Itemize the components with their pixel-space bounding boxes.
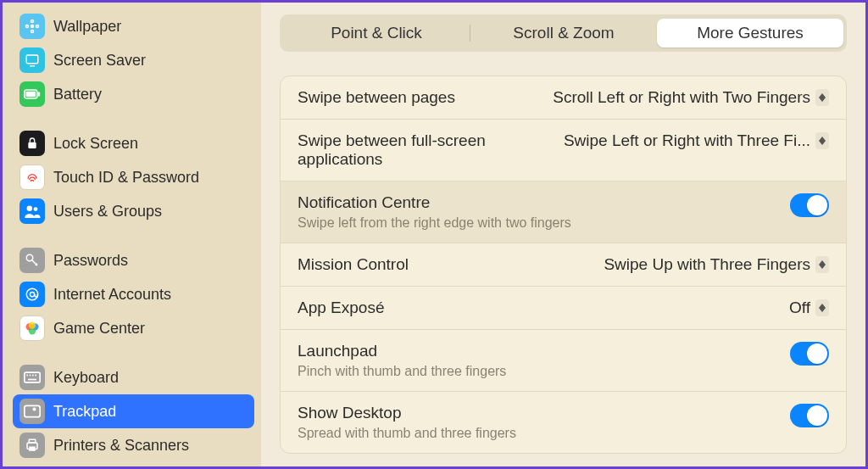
svg-rect-28 [29, 439, 36, 443]
tab-point-click[interactable]: Point & Click [283, 19, 470, 47]
tab-bar: Point & Click Scroll & Zoom More Gesture… [280, 14, 847, 52]
sidebar-item-battery[interactable]: Battery [13, 77, 254, 111]
sidebar-item-label: Battery [53, 86, 102, 103]
screensaver-icon [19, 47, 45, 73]
sidebar-item-game-center[interactable]: Game Center [13, 311, 254, 345]
fingerprint-icon [19, 165, 45, 190]
tab-scroll-zoom[interactable]: Scroll & Zoom [470, 19, 657, 47]
svg-rect-29 [29, 447, 36, 451]
up-down-icon [815, 89, 829, 106]
row-title: Show Desktop [298, 404, 516, 422]
row-title: Mission Control [298, 255, 409, 274]
svg-rect-21 [30, 375, 31, 377]
sidebar-item-internet-accounts[interactable]: Internet Accounts [13, 277, 254, 311]
sidebar-item-label: Game Center [53, 320, 145, 338]
row-subtitle: Spread with thumb and three fingers [298, 426, 516, 441]
svg-rect-22 [32, 375, 34, 377]
svg-point-14 [30, 292, 34, 296]
up-down-icon [815, 132, 829, 149]
row-app-expose: App Exposé Off [281, 286, 846, 329]
select-value: Off [789, 299, 810, 317]
wallpaper-icon [19, 14, 45, 39]
sidebar-item-label: Touch ID & Password [53, 169, 199, 187]
sidebar-item-trackpad[interactable]: Trackpad [13, 394, 254, 428]
row-title: Swipe between pages [298, 88, 455, 107]
game-center-icon [19, 315, 45, 341]
at-icon [19, 282, 45, 307]
svg-rect-5 [26, 55, 38, 64]
toggle-show-desktop[interactable] [790, 404, 829, 427]
row-launchpad: Launchpad Pinch with thumb and three fin… [281, 329, 846, 391]
sidebar-item-keyboard[interactable]: Keyboard [13, 360, 254, 394]
sidebar-item-label: Internet Accounts [53, 286, 171, 304]
svg-rect-25 [25, 405, 40, 416]
svg-point-2 [31, 31, 34, 33]
svg-rect-20 [26, 375, 28, 377]
sidebar-item-label: Keyboard [53, 369, 119, 387]
battery-icon [19, 81, 45, 107]
svg-point-10 [27, 206, 32, 211]
row-notification-centre: Notification Centre Swipe left from the … [281, 181, 846, 243]
select-app-expose[interactable]: Off [789, 299, 829, 317]
sidebar-item-screen-saver[interactable]: Screen Saver [13, 43, 254, 77]
row-title: Swipe between full-screen applications [298, 131, 552, 169]
window: Wallpaper Screen Saver Battery Lock Scre… [0, 0, 868, 469]
svg-point-26 [32, 407, 36, 410]
sidebar-item-passwords[interactable]: Passwords [13, 243, 254, 277]
select-mission-control[interactable]: Swipe Up with Three Fingers [604, 255, 829, 274]
sidebar-item-printers-scanners[interactable]: Printers & Scanners [13, 428, 254, 462]
svg-rect-19 [25, 372, 40, 382]
select-value: Scroll Left or Right with Two Fingers [553, 88, 810, 107]
row-subtitle: Swipe left from the right edge with two … [298, 215, 571, 231]
select-swipe-apps[interactable]: Swipe Left or Right with Three Fi... [564, 131, 829, 150]
svg-rect-23 [35, 375, 36, 377]
sidebar-item-label: Wallpaper [53, 18, 121, 36]
row-title: Launchpad [298, 342, 506, 360]
lock-icon [19, 131, 45, 156]
svg-rect-24 [28, 379, 36, 381]
toggle-launchpad[interactable] [790, 342, 829, 366]
sidebar-item-label: Screen Saver [53, 52, 146, 70]
trackpad-icon [19, 399, 45, 424]
key-icon [19, 248, 45, 273]
row-show-desktop: Show Desktop Spread with thumb and three… [281, 391, 846, 453]
svg-point-13 [26, 288, 38, 300]
sidebar-item-label: Printers & Scanners [53, 437, 189, 455]
up-down-icon [815, 299, 829, 316]
svg-point-1 [31, 20, 34, 23]
select-value: Swipe Left or Right with Three Fi... [564, 131, 810, 150]
sidebar-item-label: Trackpad [53, 403, 116, 421]
printer-icon [19, 433, 45, 458]
row-swipe-pages: Swipe between pages Scroll Left or Right… [281, 76, 846, 119]
sidebar-item-lock-screen[interactable]: Lock Screen [13, 126, 254, 160]
row-subtitle: Pinch with thumb and three fingers [298, 364, 506, 379]
svg-point-18 [29, 322, 36, 329]
svg-point-0 [31, 25, 35, 29]
users-icon [19, 198, 45, 224]
keyboard-icon [19, 365, 45, 390]
row-title: App Exposé [298, 299, 384, 317]
sidebar: Wallpaper Screen Saver Battery Lock Scre… [3, 3, 261, 466]
svg-rect-7 [38, 92, 41, 97]
sidebar-item-label: Lock Screen [53, 135, 138, 153]
row-swipe-apps: Swipe between full-screen applications S… [281, 119, 846, 181]
sidebar-item-touch-id[interactable]: Touch ID & Password [13, 160, 254, 194]
row-mission-control: Mission Control Swipe Up with Three Fing… [281, 243, 846, 286]
sidebar-item-users-groups[interactable]: Users & Groups [13, 194, 254, 228]
svg-point-3 [26, 25, 29, 28]
svg-point-4 [36, 25, 39, 28]
settings-panel: Swipe between pages Scroll Left or Right… [280, 75, 847, 454]
tab-more-gestures[interactable]: More Gestures [657, 19, 843, 47]
sidebar-item-label: Users & Groups [53, 203, 162, 221]
svg-rect-8 [26, 92, 36, 98]
sidebar-item-label: Passwords [53, 252, 128, 270]
select-swipe-pages[interactable]: Scroll Left or Right with Two Fingers [553, 88, 829, 107]
content-area: Point & Click Scroll & Zoom More Gesture… [261, 3, 865, 466]
row-title: Notification Centre [298, 193, 571, 212]
svg-rect-9 [28, 142, 36, 148]
toggle-notification-centre[interactable] [790, 193, 829, 217]
select-value: Swipe Up with Three Fingers [604, 255, 810, 274]
sidebar-item-wallpaper[interactable]: Wallpaper [13, 9, 254, 43]
svg-point-11 [34, 207, 38, 211]
up-down-icon [815, 256, 829, 273]
